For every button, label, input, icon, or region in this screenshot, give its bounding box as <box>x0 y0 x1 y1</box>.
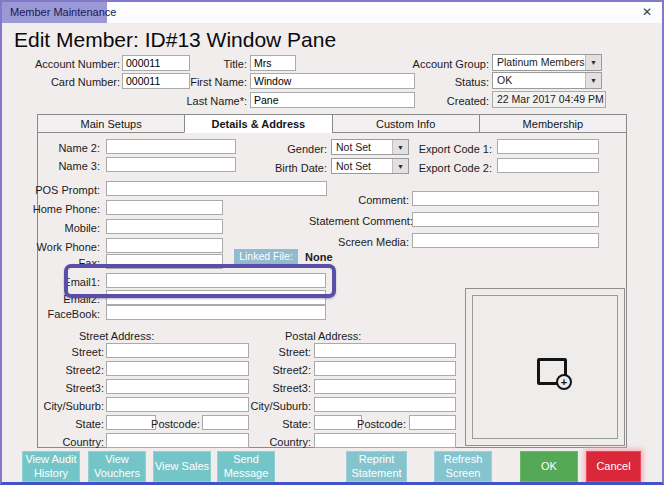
facebook-input[interactable] <box>106 305 326 320</box>
work-phone-input[interactable] <box>106 238 223 253</box>
birth-date-label: Birth Date: <box>249 161 327 175</box>
tab-custom-info[interactable]: Custom Info <box>332 114 479 133</box>
export-code2-label: Export Code 2: <box>412 161 492 175</box>
status-value: OK <box>493 73 585 88</box>
title-label: Title: <box>169 57 247 71</box>
created-label: Created: <box>389 94 489 108</box>
postal-address-country-label: Country: <box>231 435 311 449</box>
chevron-down-icon: ▼ <box>585 55 601 70</box>
postal-address-street3-label: Street3: <box>231 381 311 395</box>
screen-media-input[interactable] <box>412 233 599 248</box>
fax-input[interactable] <box>106 254 223 269</box>
statement-comment-label: Statement Comment: <box>309 214 409 228</box>
plus-circle-icon: + <box>556 374 572 390</box>
email1-input[interactable] <box>106 273 326 288</box>
postal-address-postcode-label: Postcode: <box>355 417 406 431</box>
tab-details-address[interactable]: Details & Address <box>184 114 331 133</box>
status-label: Status: <box>389 75 489 89</box>
street-address-street3-input[interactable] <box>106 379 249 394</box>
email2-input[interactable] <box>106 290 326 305</box>
postal-address-street2-input[interactable] <box>314 361 456 376</box>
reprint-statement-button[interactable]: Reprint Statement <box>346 451 407 482</box>
fax-label: Fax: <box>20 256 100 270</box>
postal-address-street-label: Street: <box>231 345 311 359</box>
comment-input[interactable] <box>412 191 599 206</box>
gender-select[interactable]: Not Set ▼ <box>331 139 409 155</box>
member-photo-placeholder[interactable]: + <box>465 288 625 446</box>
street-address-street-label: Street: <box>24 345 104 359</box>
gender-label: Gender: <box>249 142 327 156</box>
status-select[interactable]: OK ▼ <box>492 72 602 89</box>
last-name-label: Last Name*: <box>169 94 247 108</box>
postal-address-street3-input[interactable] <box>314 379 456 394</box>
view-sales-button[interactable]: View Sales <box>153 451 211 482</box>
street-address-city-label: City/Suburb: <box>24 399 104 413</box>
account-group-label: Account Group: <box>389 57 489 71</box>
tab-main-setups[interactable]: Main Setups <box>37 114 184 133</box>
home-phone-label: Home Phone: <box>20 202 100 216</box>
name3-input[interactable] <box>106 157 236 172</box>
account-number-label: Account Number: <box>20 57 120 71</box>
first-name-label: First Name: <box>169 75 247 89</box>
view-audit-history-button[interactable]: View Audit History <box>22 451 80 482</box>
name2-label: Name 2: <box>20 141 100 155</box>
tab-membership[interactable]: Membership <box>479 114 627 133</box>
close-icon[interactable]: ✕ <box>642 5 652 19</box>
postal-address-country-input[interactable] <box>314 433 456 448</box>
account-group-select[interactable]: Platinum Members ▼ <box>492 54 602 71</box>
street-address-country-label: Country: <box>24 435 104 449</box>
view-vouchers-button[interactable]: View Vouchers <box>88 451 146 482</box>
street-address-header: Street Address: <box>79 329 154 343</box>
chevron-down-icon: ▼ <box>392 159 408 173</box>
postal-address-postcode-input[interactable] <box>409 415 456 430</box>
card-number-label: Card Number: <box>20 75 120 89</box>
chevron-down-icon: ▼ <box>585 73 601 88</box>
tab-strip: Main Setups Details & Address Custom Inf… <box>37 114 627 133</box>
name3-label: Name 3: <box>20 159 100 173</box>
name2-input[interactable] <box>106 139 236 154</box>
export-code1-input[interactable] <box>497 139 599 154</box>
home-phone-input[interactable] <box>106 200 223 215</box>
linked-file-value: None <box>305 250 333 264</box>
postal-address-header: Postal Address: <box>285 329 361 343</box>
street-address-street-input[interactable] <box>106 343 249 358</box>
street-address-state-label: State: <box>24 417 104 431</box>
window-titlebar: Member Maintenance ✕ <box>2 2 662 23</box>
street-address-country-input[interactable] <box>106 433 249 448</box>
street-address-street2-label: Street2: <box>24 363 104 377</box>
cancel-button[interactable]: Cancel <box>586 451 641 482</box>
linked-file-button[interactable]: Linked File: <box>234 249 298 264</box>
ok-button[interactable]: OK <box>520 451 578 482</box>
window-title: Member Maintenance <box>2 2 107 23</box>
page-title: Edit Member: ID#13 Window Pane <box>14 28 336 52</box>
pos-prompt-label: POS Prompt: <box>20 183 100 197</box>
mobile-input[interactable] <box>106 219 223 234</box>
postal-address-street2-label: Street2: <box>231 363 311 377</box>
statement-comment-input[interactable] <box>412 212 599 227</box>
account-group-value: Platinum Members <box>493 55 585 70</box>
title-input[interactable] <box>250 55 296 71</box>
postal-address-city-label: City/Suburb: <box>231 399 311 413</box>
birth-date-value: Not Set <box>332 159 392 173</box>
export-code2-input[interactable] <box>497 158 599 173</box>
gender-value: Not Set <box>332 140 392 154</box>
email1-label: Email1: <box>20 275 100 289</box>
birth-date-select[interactable]: Not Set ▼ <box>331 158 409 174</box>
export-code1-label: Export Code 1: <box>412 142 492 156</box>
postal-address-street-input[interactable] <box>314 343 456 358</box>
mobile-label: Mobile: <box>20 221 100 235</box>
street-address-postcode-label: Postcode: <box>149 417 200 431</box>
postal-address-city-input[interactable] <box>314 397 456 412</box>
email2-label: Email2: <box>20 292 100 306</box>
street-address-city-input[interactable] <box>106 397 249 412</box>
facebook-label: FaceBook: <box>20 307 100 321</box>
refresh-screen-button[interactable]: Refresh Screen <box>434 451 492 482</box>
send-message-button[interactable]: Send Message <box>217 451 275 482</box>
member-photo-frame: + <box>472 295 618 439</box>
comment-label: Comment: <box>309 193 409 207</box>
pos-prompt-input[interactable] <box>106 181 327 196</box>
street-address-street3-label: Street3: <box>24 381 104 395</box>
work-phone-label: Work Phone: <box>20 240 100 254</box>
street-address-street2-input[interactable] <box>106 361 249 376</box>
chevron-down-icon: ▼ <box>392 140 408 154</box>
